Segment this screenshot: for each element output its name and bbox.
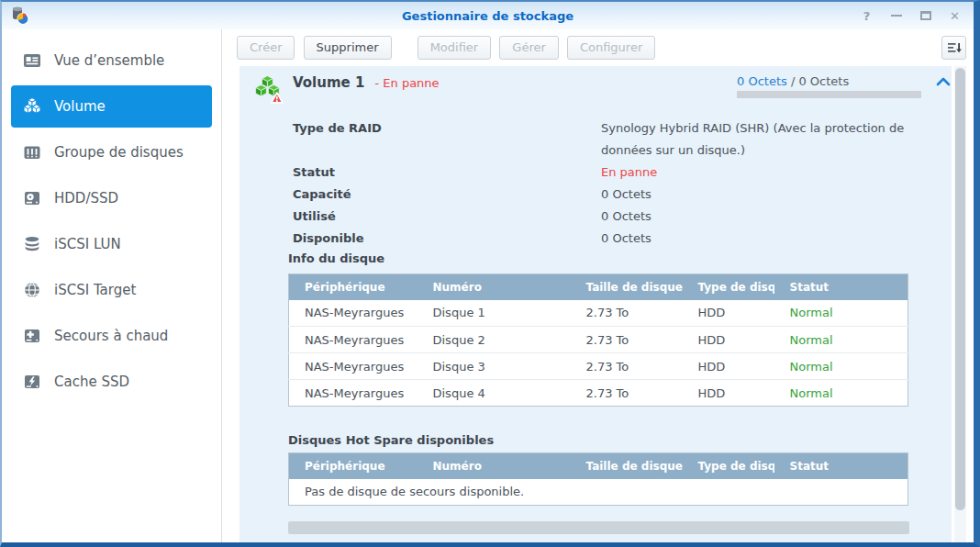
table-row[interactable]: NAS-Meyrargues Disque 3 2.73 To HDD Norm…	[289, 353, 908, 380]
column-header[interactable]: Statut	[774, 453, 908, 479]
sidebar: Vue d’ensemble Volume	[2, 29, 222, 542]
sidebar-item-volume[interactable]: Volume	[11, 85, 212, 128]
cell-type: HDD	[683, 353, 774, 380]
hdd-icon	[22, 188, 42, 208]
minimize-icon[interactable]	[888, 8, 904, 24]
sort-button[interactable]	[941, 36, 966, 60]
volume-header: Volume 1 - En panne	[293, 73, 440, 91]
hot-spare-heading: Disques Hot Spare disponibles	[288, 433, 494, 447]
help-icon[interactable]: ?	[859, 8, 874, 24]
column-header[interactable]: Numéro	[418, 453, 571, 479]
create-button[interactable]: Créer	[237, 36, 295, 60]
column-header[interactable]: Type de disque	[683, 453, 774, 479]
cell-status: Normal	[774, 327, 908, 353]
overview-icon	[22, 50, 42, 71]
column-header[interactable]: Statut	[774, 274, 908, 300]
sidebar-item-label: iSCSI Target	[54, 282, 136, 298]
detail-label: Type de RAID	[293, 117, 601, 162]
hot-spare-icon	[22, 326, 42, 346]
collapsed-section-bar	[288, 521, 909, 534]
ssd-cache-icon	[22, 372, 42, 392]
detail-row-status: Statut En panne	[293, 162, 948, 184]
cell-size: 2.73 To	[571, 380, 683, 407]
main-area: Créer Supprimer Modifier Gérer Configure…	[222, 29, 974, 542]
disk-group-icon	[22, 142, 42, 162]
empty-row: Pas de disque de secours disponible.	[289, 479, 908, 506]
sidebar-item-hot-spare[interactable]: Secours à chaud	[11, 315, 212, 357]
detail-label: Utilisé	[293, 206, 601, 228]
column-header[interactable]: Taille de disque	[571, 453, 683, 479]
column-header[interactable]: Périphérique	[289, 453, 418, 479]
detail-row-raid-type: Type de RAID Synology Hybrid RAID (SHR) …	[293, 117, 948, 162]
sidebar-item-label: Cache SSD	[54, 374, 129, 390]
cell-size: 2.73 To	[571, 300, 683, 327]
window-body: Vue d’ensemble Volume	[2, 29, 974, 542]
delete-button[interactable]: Supprimer	[304, 36, 392, 60]
collapse-chevron-up-icon[interactable]	[935, 75, 952, 88]
window-title: Gestionnaire de stockage	[2, 9, 974, 23]
column-header[interactable]: Périphérique	[289, 274, 418, 300]
table-row[interactable]: NAS-Meyrargues Disque 1 2.73 To HDD Norm…	[289, 300, 908, 327]
title-bar: Gestionnaire de stockage ? ✕	[2, 2, 974, 29]
sidebar-item-hdd-ssd[interactable]: HDD/SSD	[11, 177, 212, 219]
detail-row-available: Disponible 0 Octets	[293, 228, 948, 250]
cell-size: 2.73 To	[571, 327, 683, 353]
column-header[interactable]: Numéro	[418, 274, 571, 300]
globe-icon	[22, 280, 42, 300]
detail-label: Capacité	[293, 184, 601, 206]
sidebar-item-overview[interactable]: Vue d’ensemble	[11, 39, 212, 82]
column-header[interactable]: Type de disque	[683, 274, 774, 300]
detail-value: 0 Octets	[601, 206, 948, 228]
storage-manager-app-icon	[9, 5, 31, 27]
sort-descending-icon	[946, 39, 963, 56]
detail-value: En panne	[601, 162, 948, 184]
cell-type: HDD	[683, 380, 774, 407]
disk-info-table: Périphérique Numéro Taille de disque Typ…	[288, 274, 908, 407]
column-header[interactable]: Taille de disque	[571, 274, 683, 300]
sidebar-item-label: Volume	[54, 98, 106, 115]
detail-row-used: Utilisé 0 Octets	[293, 206, 948, 228]
sidebar-item-iscsi-target[interactable]: iSCSI Target	[11, 269, 212, 311]
cell-status: Normal	[774, 300, 908, 327]
content-area: Volume 1 - En panne 0 Octets / 0 Octets …	[222, 66, 974, 542]
maximize-icon[interactable]	[918, 8, 933, 24]
vertical-scrollbar-track[interactable]	[954, 66, 966, 542]
cell-device: NAS-Meyrargues	[289, 353, 418, 380]
database-icon	[22, 234, 42, 254]
table-header-row: Périphérique Numéro Taille de disque Typ…	[289, 453, 908, 479]
usage-total: 0 Octets	[798, 74, 849, 88]
cell-device: NAS-Meyrargues	[289, 300, 418, 327]
manage-button[interactable]: Gérer	[499, 36, 558, 60]
sidebar-item-iscsi-lun[interactable]: iSCSI LUN	[11, 223, 212, 265]
detail-value: 0 Octets	[601, 184, 948, 206]
volume-cubes-icon	[22, 96, 42, 117]
detail-row-capacity: Capacité 0 Octets	[293, 184, 948, 206]
usage-progress-bar	[737, 91, 921, 98]
table-header-row: Périphérique Numéro Taille de disque Typ…	[289, 274, 908, 300]
sidebar-item-label: Secours à chaud	[54, 328, 168, 344]
storage-manager-window: Gestionnaire de stockage ? ✕ Vue d’ensem…	[0, 0, 980, 547]
table-row[interactable]: NAS-Meyrargues Disque 2 2.73 To HDD Norm…	[289, 327, 908, 353]
vertical-scrollbar-thumb[interactable]	[955, 68, 965, 510]
detail-label: Statut	[293, 162, 601, 184]
cell-type: HDD	[683, 300, 774, 327]
sidebar-item-ssd-cache[interactable]: Cache SSD	[11, 361, 212, 403]
window-controls: ? ✕	[859, 2, 963, 29]
close-icon[interactable]: ✕	[947, 8, 963, 24]
detail-label: Disponible	[293, 228, 601, 250]
cell-type: HDD	[683, 327, 774, 353]
volume-error-icon	[253, 73, 284, 105]
volume-details: Type de RAID Synology Hybrid RAID (SHR) …	[293, 117, 948, 250]
configure-button[interactable]: Configurer	[567, 36, 655, 60]
cell-size: 2.73 To	[571, 353, 683, 380]
table-row[interactable]: NAS-Meyrargues Disque 4 2.73 To HDD Norm…	[289, 380, 908, 407]
sidebar-item-label: Vue d’ensemble	[54, 52, 164, 69]
volume-status-badge: - En panne	[374, 76, 439, 90]
usage-text: 0 Octets / 0 Octets	[737, 74, 849, 88]
cell-number: Disque 1	[418, 300, 571, 327]
cell-number: Disque 4	[418, 380, 571, 407]
modify-button[interactable]: Modifier	[418, 36, 492, 60]
cell-number: Disque 2	[418, 327, 571, 353]
sidebar-item-disk-group[interactable]: Groupe de disques	[11, 131, 212, 173]
detail-value: 0 Octets	[601, 228, 948, 250]
